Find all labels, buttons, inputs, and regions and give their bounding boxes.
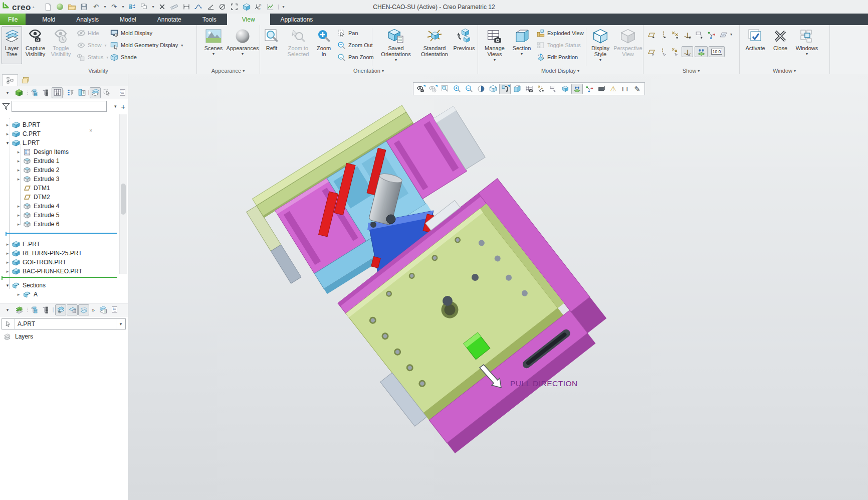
activate-button[interactable]: Activate	[741, 26, 769, 64]
mold-geometry-display-button[interactable]: Mold Geometry Display▾	[108, 40, 184, 51]
dimension-tag-toggle[interactable]: 10.0	[709, 46, 725, 57]
tab-view[interactable]: View	[227, 14, 270, 25]
redo-dropdown[interactable]: ▾	[121, 5, 126, 9]
insert-indicator-blue[interactable]	[6, 233, 117, 234]
capture-visibility-button[interactable]: Capture Visibility	[23, 26, 48, 64]
angle-button[interactable]	[205, 2, 216, 13]
material-button[interactable]	[55, 2, 66, 13]
point-display-toggle[interactable]	[670, 29, 681, 40]
point-tag-toggle[interactable]	[670, 46, 681, 57]
gt-saved-orientations-button[interactable]	[499, 84, 511, 94]
tree-list-button[interactable]	[117, 87, 128, 98]
scenes-button[interactable]: Scenes ▾	[200, 26, 227, 64]
folder-browser-tab[interactable]	[18, 75, 33, 86]
gt-pull-direction-button[interactable]	[571, 84, 583, 94]
tree-item-extrude-3[interactable]: ▸Extrude 3	[0, 175, 59, 184]
csys-button[interactable]: yxz	[253, 2, 264, 13]
appearances-button[interactable]: Appearances ▾	[228, 26, 258, 64]
tree-item-design-items[interactable]: ▸Design Items	[0, 147, 69, 156]
dimension-button[interactable]	[181, 2, 192, 13]
undo-button[interactable]: ↶	[91, 2, 102, 13]
annotation-display-toggle[interactable]	[694, 29, 705, 40]
layer-tree-toggle[interactable]	[90, 87, 101, 98]
tree-item-extrude-6[interactable]: ▸Extrude 6	[0, 220, 59, 229]
gt-pause-button[interactable]: ❙❙	[619, 84, 631, 94]
tree-item-section-a[interactable]: ▸A	[0, 290, 38, 299]
gt-capture-visibility-button[interactable]	[415, 84, 426, 94]
graphics-viewport[interactable]: PULL DIRECTION ⚠	[128, 74, 868, 500]
layer-isolate-button[interactable]	[78, 304, 89, 315]
gt-sketch-button[interactable]: ✎	[631, 84, 643, 94]
tab-model[interactable]: Model	[109, 14, 147, 25]
insert-indicator-green[interactable]	[2, 277, 117, 278]
tree-item-extrude-2[interactable]: ▸Extrude 2	[0, 165, 59, 175]
gt-zoom-in-button[interactable]	[451, 84, 463, 94]
expand-all-button[interactable]	[29, 87, 40, 98]
windows-qat-button[interactable]	[139, 2, 150, 13]
tree-item-goi-tron[interactable]: ▸GOI-TRON.PRT	[0, 258, 66, 267]
tree-dropdown[interactable]: ▾	[2, 87, 13, 98]
tree-item-sections[interactable]: ▾Sections	[0, 281, 46, 290]
filter-dropdown[interactable]: ▾	[114, 104, 117, 109]
gt-spin-center-button[interactable]	[559, 84, 571, 94]
gt-datum-display-button[interactable]	[535, 84, 547, 94]
tree-item-e-prt[interactable]: ▸E.PRT	[0, 240, 40, 249]
qat-customize-dropdown[interactable]: ▾	[281, 5, 286, 9]
display-style-button[interactable]: Display Style ▾	[588, 26, 613, 64]
layers-overflow[interactable]: »	[92, 307, 95, 313]
gt-section-button[interactable]	[511, 84, 523, 94]
mold-display-button[interactable]: Mold Display	[108, 28, 153, 39]
layer-show-button[interactable]	[55, 304, 66, 315]
plane-display-toggle[interactable]	[645, 29, 657, 40]
tree-scrollbar-thumb[interactable]	[121, 184, 126, 215]
tab-applications[interactable]: Applications	[270, 14, 324, 25]
edit-position-button[interactable]: yxz Edit Position	[535, 52, 579, 63]
gt-enhanced-realism-button[interactable]	[475, 84, 487, 94]
tab-mold[interactable]: Mold	[32, 14, 66, 25]
csys-tag-toggle[interactable]	[682, 46, 693, 57]
tree-scrollbar[interactable]	[119, 114, 127, 274]
measure-button[interactable]	[169, 2, 180, 13]
close-button[interactable]: Close	[770, 26, 790, 64]
graph-button[interactable]	[265, 2, 276, 13]
gt-spin-center-ball-button[interactable]	[583, 84, 595, 94]
regenerate-button[interactable]	[127, 2, 138, 13]
pan-zoom-button[interactable]: Pan Zoom	[336, 52, 375, 63]
gt-manage-views-button[interactable]	[523, 84, 535, 94]
filter-add-button[interactable]: +	[121, 102, 126, 111]
tree-item-l-prt[interactable]: ▾L.PRT	[0, 138, 40, 147]
diameter-button[interactable]	[217, 2, 228, 13]
tree-item-bac-phun-keo[interactable]: ▸BAC-PHUN-KEO.PRT	[0, 267, 82, 276]
tab-annotate[interactable]: Annotate	[147, 14, 192, 25]
pull-direction-toggle[interactable]	[695, 46, 708, 57]
tree-filter-button[interactable]	[65, 87, 76, 98]
undo-dropdown[interactable]: ▾	[103, 5, 108, 9]
tree-item-c-prt[interactable]: ▸C.PRT	[0, 129, 41, 138]
spline-button[interactable]	[193, 2, 204, 13]
windows-qat-dropdown[interactable]: ▾	[151, 5, 156, 9]
gt-display-style-button[interactable]	[487, 84, 499, 94]
tree-filter-input[interactable]	[12, 101, 107, 112]
zoom-in-button[interactable]: Zoom In	[314, 26, 334, 64]
gt-dragger-button[interactable]	[595, 84, 607, 94]
spin-center-toggle[interactable]	[706, 29, 717, 40]
show-row1-dropdown[interactable]: ▾	[730, 32, 732, 37]
plane-tag-toggle[interactable]	[645, 46, 657, 57]
refit-qat-button[interactable]	[229, 2, 240, 13]
saved-orientations-button[interactable]: Saved Orientations ▾	[375, 26, 417, 64]
tree-item-return-pin[interactable]: ▸RETURN-PIN-25.PRT	[0, 249, 82, 258]
layers-list-button[interactable]	[97, 304, 108, 315]
view-button[interactable]	[241, 2, 252, 13]
layers-model-dropdown[interactable]: ▾	[116, 319, 125, 329]
windows-button[interactable]: Windows ▾	[791, 26, 822, 64]
layers-dropdown[interactable]: ▾	[2, 304, 13, 315]
previous-button[interactable]: Previous	[452, 26, 476, 64]
csys-display-toggle[interactable]	[682, 29, 693, 40]
layers-expand-button[interactable]	[29, 304, 40, 315]
redo-button[interactable]: ↷	[109, 2, 120, 13]
axis-tag-toggle[interactable]	[658, 46, 669, 57]
pan-button[interactable]: Pan	[336, 28, 359, 39]
tree-item-dtm1[interactable]: DTM1	[0, 184, 50, 193]
select-rule-button[interactable]	[101, 87, 112, 98]
tree-item-extrude-4[interactable]: ▸Extrude 4	[0, 202, 59, 211]
